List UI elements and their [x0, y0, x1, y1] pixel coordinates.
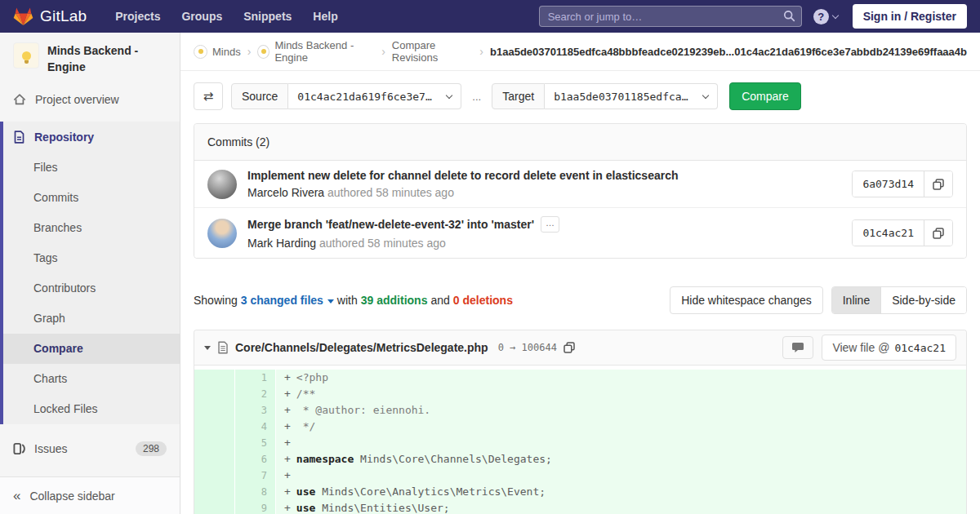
additions-count: 39 additions — [361, 294, 428, 307]
commit-author-link[interactable]: Marcelo Rivera — [247, 186, 324, 199]
nav-item-projects[interactable]: Projects — [105, 10, 171, 23]
new-line-number[interactable]: 3 — [235, 402, 276, 419]
avatar — [207, 219, 237, 248]
collapse-sidebar-button[interactable]: « Collapse sidebar — [0, 476, 180, 514]
project-avatar — [257, 45, 270, 59]
new-line-number[interactable]: 5 — [235, 435, 276, 451]
sidebar-item-project-overview[interactable]: Project overview — [0, 84, 180, 115]
main-content: Minds › Minds Backend - Engine › Compare… — [180, 33, 980, 514]
group-avatar — [194, 45, 207, 59]
collapse-file-caret-icon[interactable] — [204, 346, 211, 350]
sidebar-item-repository[interactable]: Repository — [3, 122, 180, 153]
chevron-down-icon — [831, 11, 838, 18]
search-input[interactable] — [539, 6, 802, 27]
diff-line: 6 +namespace Minds\Core\Channels\Delegat… — [194, 451, 966, 467]
commit-row: Merge branch 'feat/new-delete-event-32' … — [194, 207, 966, 258]
comment-bubble-icon — [791, 342, 804, 353]
code-line: + * @author: eiennohi. — [276, 402, 966, 419]
search-icon[interactable] — [783, 10, 795, 22]
old-line-number[interactable] — [194, 419, 235, 435]
inline-view-button[interactable]: Inline — [832, 287, 880, 313]
old-line-number[interactable] — [194, 386, 235, 402]
source-ref-dropdown[interactable]: 01c4ac21da619f6ce3e7… — [288, 83, 461, 109]
source-ref-group: Source 01c4ac21da619f6ce3e7… — [231, 83, 461, 109]
nav-item-snippets[interactable]: Snippets — [233, 10, 302, 23]
breadcrumb-compare-revisions[interactable]: Compare Revisions — [392, 39, 474, 64]
target-ref-value: b1aa5de03701185edfca… — [554, 91, 688, 103]
old-line-number[interactable] — [194, 484, 235, 500]
diff-line: 9 +use Minds\Entities\User; — [194, 500, 966, 514]
expand-commit-message-button[interactable]: … — [541, 216, 559, 233]
diff-line: 3 + * @author: eiennohi. — [194, 402, 966, 419]
sidebar-item-issues[interactable]: Issues 298 — [0, 433, 180, 464]
new-line-number[interactable]: 9 — [235, 500, 276, 514]
code-line: +/** — [276, 386, 966, 402]
sidebar-item-contributors[interactable]: Contributors — [3, 273, 180, 304]
file-diff-panel: Core/Channels/Delegates/MetricsDelegate.… — [194, 330, 967, 514]
compare-button[interactable]: Compare — [729, 82, 801, 110]
gitlab-logo[interactable]: GitLab — [13, 7, 87, 26]
old-line-number[interactable] — [194, 402, 235, 419]
avatar — [207, 170, 237, 199]
sidebar-item-compare[interactable]: Compare — [3, 334, 180, 364]
sign-in-button[interactable]: Sign in / Register — [853, 4, 967, 29]
sidebar-item-branches[interactable]: Branches — [3, 213, 180, 243]
diff-summary-text: Showing3 changed fileswith39 additionsan… — [194, 294, 516, 307]
sidebar-item-charts[interactable]: Charts — [3, 364, 180, 394]
diff-line: 2 +/** — [194, 386, 966, 402]
new-line-number[interactable]: 6 — [235, 451, 276, 467]
swap-revisions-button[interactable]: ⇄ — [194, 82, 223, 110]
commit-sha-group: 01c4ac21 — [852, 219, 953, 246]
toggle-comments-button[interactable] — [782, 336, 813, 359]
new-line-number[interactable]: 1 — [235, 370, 276, 386]
new-line-number[interactable]: 7 — [235, 467, 276, 484]
copy-sha-button[interactable] — [924, 220, 952, 246]
commit-title-link[interactable]: Implement new delete for channel delete … — [247, 169, 679, 182]
bulb-icon — [198, 49, 203, 54]
sidebar-item-files[interactable]: Files — [3, 153, 180, 183]
hide-whitespace-button[interactable]: Hide whitespace changes — [670, 286, 823, 314]
source-ref-value: 01c4ac21da619f6ce3e7… — [297, 91, 431, 103]
old-line-number[interactable] — [194, 451, 235, 467]
commit-sha-link[interactable]: 01c4ac21 — [853, 220, 924, 246]
diff-line: 8 +use Minds\Core\Analytics\Metrics\Even… — [194, 484, 966, 500]
new-line-number[interactable]: 4 — [235, 419, 276, 435]
sidebar-item-tags[interactable]: Tags — [3, 243, 180, 273]
copy-sha-button[interactable] — [924, 171, 952, 197]
showing-label: Showing — [194, 294, 238, 307]
side-by-side-view-button[interactable]: Side-by-side — [880, 287, 966, 313]
help-dropdown[interactable]: ? — [813, 9, 838, 24]
diff-line: 7 + — [194, 467, 966, 484]
nav-item-help[interactable]: Help — [302, 10, 348, 23]
code-line: +namespace Minds\Core\Channels\Delegates… — [276, 451, 966, 467]
project-title: Minds Backend - Engine — [47, 42, 167, 76]
file-path-link[interactable]: Core/Channels/Delegates/MetricsDelegate.… — [235, 341, 488, 354]
sidebar-item-commits[interactable]: Commits — [3, 183, 180, 213]
new-line-number[interactable]: 2 — [235, 386, 276, 402]
commit-info: Merge branch 'feat/new-delete-event-32' … — [247, 216, 841, 250]
old-line-number[interactable] — [194, 467, 235, 484]
commit-sha-link[interactable]: 6a073d14 — [853, 171, 924, 197]
commit-author-link[interactable]: Mark Harding — [247, 237, 316, 250]
project-context-header[interactable]: Minds Backend - Engine — [0, 33, 180, 84]
new-line-number[interactable]: 8 — [235, 484, 276, 500]
old-line-number[interactable] — [194, 370, 235, 386]
chevron-down-icon — [446, 91, 452, 98]
nav-item-groups[interactable]: Groups — [171, 10, 233, 23]
view-file-button[interactable]: View file @ 01c4ac21 — [822, 335, 956, 361]
file-mode-change: 0 → 100644 — [498, 342, 557, 353]
breadcrumb-separator: › — [381, 45, 385, 58]
changed-files-dropdown[interactable]: 3 changed files — [241, 294, 323, 307]
collapse-label: Collapse sidebar — [29, 490, 114, 503]
code-line: +use Minds\Core\Analytics\Metrics\Event; — [276, 484, 966, 500]
view-file-label: View file @ — [832, 341, 889, 354]
sidebar-item-graph[interactable]: Graph — [3, 304, 180, 334]
old-line-number[interactable] — [194, 500, 235, 514]
sidebar-item-locked-files[interactable]: Locked Files — [3, 394, 180, 424]
breadcrumb-project[interactable]: Minds Backend - Engine — [257, 39, 375, 64]
commit-title-link[interactable]: Merge branch 'feat/new-delete-event-32' … — [247, 218, 534, 231]
breadcrumb-group[interactable]: Minds — [194, 45, 241, 59]
target-ref-dropdown[interactable]: b1aa5de03701185edfca… — [545, 83, 718, 109]
copy-path-button[interactable] — [564, 342, 575, 353]
old-line-number[interactable] — [194, 435, 235, 451]
